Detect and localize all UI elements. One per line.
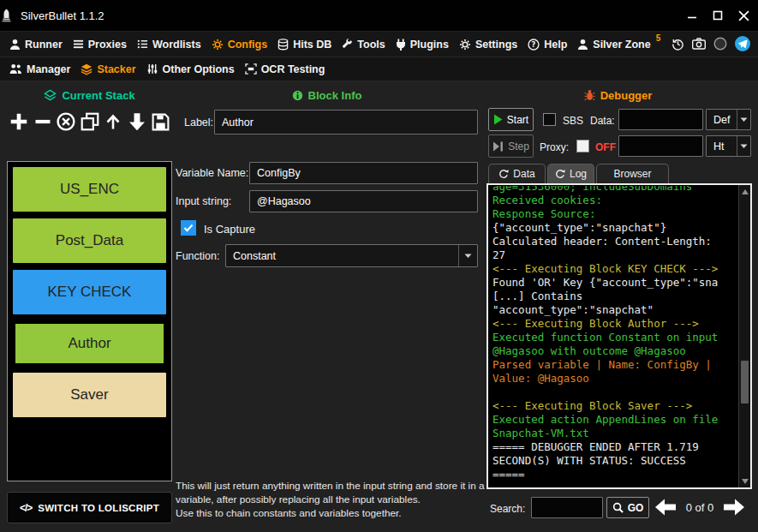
minimize-button[interactable]: [679, 0, 705, 31]
stack-block-author[interactable]: Author: [13, 321, 166, 366]
start-button[interactable]: Start: [488, 108, 534, 131]
record-icon[interactable]: [713, 37, 727, 51]
menu-item-proxies[interactable]: Proxies: [68, 32, 132, 57]
log-line: @Hagasoo with outcome @Hagasoo: [492, 344, 736, 358]
menu-item-plugins[interactable]: Plugins: [391, 32, 454, 57]
scroll-down-icon[interactable]: [739, 475, 750, 487]
menu-item-runner[interactable]: Runner: [4, 32, 68, 57]
menu-item-settings[interactable]: Settings: [454, 32, 522, 57]
sbs-checkbox[interactable]: [543, 113, 556, 126]
proxy-input[interactable]: [618, 135, 703, 157]
log-line: age=31536000; includeSubDomains: [492, 186, 736, 194]
window-controls: [679, 0, 756, 31]
configs-submenu: Manager Stacker Other Options OCR Testin…: [0, 57, 758, 81]
current-stack-title: Current Stack: [62, 89, 134, 102]
wordlists-icon: [137, 39, 148, 50]
menu-item-configs[interactable]: Configs: [206, 32, 273, 57]
search-match-counter: 0 of 0: [679, 501, 720, 514]
previous-match-icon[interactable]: [653, 495, 678, 519]
maximize-button[interactable]: [705, 0, 731, 31]
block-description: This will just return anything written i…: [176, 479, 491, 520]
tab-log[interactable]: Log: [547, 164, 594, 183]
function-dropdown-value: Constant: [226, 250, 458, 262]
next-match-icon[interactable]: [721, 495, 747, 519]
step-forward-icon: [492, 141, 504, 152]
remove-block-icon[interactable]: [32, 109, 54, 134]
stack-block-us-enc[interactable]: US_ENC: [13, 167, 166, 212]
go-button[interactable]: GO: [606, 497, 649, 518]
is-capture-checkbox[interactable]: [181, 220, 196, 236]
log-line: Executed action AppendLines on file: [492, 413, 736, 427]
label-input[interactable]: [214, 110, 478, 134]
wrench-icon: [342, 39, 353, 50]
menu-label: Wordlists: [152, 39, 201, 51]
function-dropdown[interactable]: Constant: [225, 244, 478, 267]
stack-block-label: Saver: [70, 386, 108, 403]
log-line: Executed function Constant on input: [492, 331, 736, 344]
menu-icon-cluster: [671, 31, 750, 57]
close-button[interactable]: [731, 0, 756, 31]
data-input[interactable]: [618, 109, 703, 130]
log-line: Response Source:: [492, 207, 736, 221]
proxy-status: OFF: [595, 141, 616, 153]
proxy-type-dropdown[interactable]: Ht: [706, 135, 751, 157]
menu-label: Proxies: [88, 39, 127, 51]
switch-to-loliscript-button[interactable]: </> SWITCH TO LOLISCRIPT: [7, 492, 172, 523]
menu-label: Silver Zone: [593, 39, 650, 51]
stack-block-saver[interactable]: Saver: [13, 373, 166, 417]
menu-label: Plugins: [410, 39, 449, 51]
scrollbar-thumb[interactable]: [741, 361, 749, 403]
submenu-item-ocr-testing[interactable]: OCR Testing: [240, 57, 331, 81]
titlebar: SilverBullet 1.1.2: [0, 0, 758, 31]
help-icon: ?: [528, 39, 540, 51]
telegram-icon[interactable]: [735, 36, 750, 51]
input-string-input[interactable]: [249, 190, 478, 212]
submenu-item-stacker[interactable]: Stacker: [75, 57, 140, 81]
plug-icon: [396, 39, 406, 51]
submenu-item-manager[interactable]: Manager: [4, 57, 75, 81]
variable-name-input[interactable]: [249, 162, 478, 184]
menu-item-help[interactable]: ? Help: [522, 32, 572, 57]
code-icon: </>: [20, 502, 32, 514]
menu-item-tools[interactable]: Tools: [337, 32, 390, 57]
stack-block-label: US_ENC: [60, 181, 119, 198]
scroll-up-icon[interactable]: [739, 186, 750, 197]
menu-label: Help: [544, 39, 567, 51]
save-stack-icon[interactable]: [149, 109, 171, 134]
stack-block-post-data[interactable]: Post_Data: [13, 218, 166, 263]
submenu-label: Manager: [27, 63, 70, 75]
tab-data[interactable]: Data: [488, 164, 546, 183]
menu-item-wordlists[interactable]: Wordlists: [132, 32, 206, 57]
move-up-icon[interactable]: [102, 109, 124, 134]
delete-block-icon[interactable]: [55, 109, 77, 134]
submenu-item-other-options[interactable]: Other Options: [141, 57, 240, 81]
log-line: ===== DEBUGGER ENDED AFTER 1.719: [492, 440, 736, 454]
add-block-icon[interactable]: [8, 109, 30, 134]
log-line: "account_type":"snapchat": [492, 303, 736, 317]
stack-block-label: KEY CHECK: [48, 284, 132, 301]
chevron-down-icon: [737, 110, 750, 129]
user-icon: [577, 39, 588, 51]
clone-block-icon[interactable]: [79, 109, 101, 134]
tab-browser[interactable]: Browser: [596, 164, 669, 183]
stack-block-key-check[interactable]: KEY CHECK: [13, 270, 166, 314]
menu-item-hitsdb[interactable]: Hits DB: [272, 32, 337, 57]
log-line: Snapchat-VM.txt: [492, 427, 736, 440]
history-icon[interactable]: [671, 38, 684, 51]
step-button[interactable]: Step: [488, 134, 534, 158]
camera-icon[interactable]: [692, 38, 706, 50]
info-icon: [292, 90, 303, 101]
menu-item-silverzone[interactable]: Silver Zone 5: [572, 32, 665, 57]
submenu-label: Stacker: [97, 63, 135, 75]
data-type-dropdown[interactable]: Def: [706, 109, 751, 130]
configs-gear-icon: [212, 39, 224, 51]
search-input[interactable]: [531, 497, 603, 518]
log-line: Received cookies:: [492, 194, 736, 207]
search-label: Search:: [490, 503, 525, 515]
switch-to-loliscript-label: SWITCH TO LOLISCRIPT: [38, 503, 159, 513]
menu-label: Settings: [475, 39, 517, 51]
move-down-icon[interactable]: [126, 109, 148, 134]
log-scrollbar[interactable]: [738, 185, 750, 487]
proxy-checkbox[interactable]: [576, 140, 589, 152]
menu-label: Tools: [357, 39, 385, 51]
